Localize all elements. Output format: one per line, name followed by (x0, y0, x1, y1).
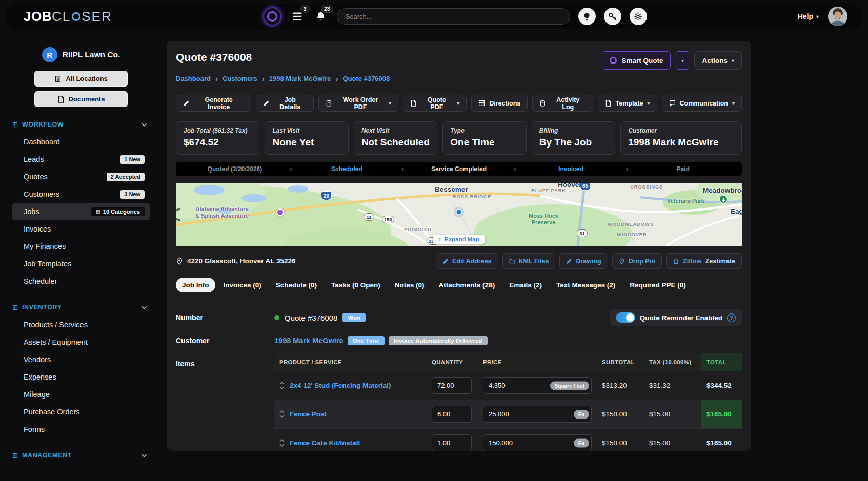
help-menu[interactable]: Help ▾ (798, 12, 819, 20)
tab-text-messages[interactable]: Text Messages (2) (550, 278, 621, 292)
map-label-hoover: Hoover (558, 183, 582, 189)
help-question-icon[interactable]: ? (727, 313, 736, 322)
sidebar-item-scheduler[interactable]: Scheduler (12, 273, 150, 290)
col-tax: TAX (10.000%) (644, 353, 701, 371)
quantity-input[interactable] (432, 434, 472, 451)
map[interactable]: Bessemer ROSS BRIDGE BLUFF PARK Hoover C… (176, 183, 742, 246)
sidebar-item-leads[interactable]: Leads1 New (12, 151, 150, 168)
map-label-crossings: CROSSINGS (630, 184, 663, 190)
actions-button[interactable]: Actions ▾ (694, 51, 742, 70)
document-icon (410, 100, 417, 107)
tab-invoices[interactable]: Invoices (0) (217, 278, 268, 292)
user-avatar[interactable] (828, 7, 847, 26)
status-pipeline: Quoted (2/20/2026) › Scheduled › Service… (176, 162, 742, 176)
zillow-zestimate-button[interactable]: Zillow Zestimate (666, 253, 742, 269)
sidebar-item-dashboard[interactable]: Dashboard (12, 133, 150, 151)
total-cell: $165.00 (701, 400, 742, 429)
product-link[interactable]: Fence Gate Kit/Install (290, 439, 360, 447)
chevron-down-icon (279, 386, 285, 389)
activity-log-button[interactable]: Activity Log (532, 95, 593, 112)
smart-quote-dropdown-button[interactable]: ▾ (675, 51, 690, 70)
drawing-button[interactable]: Drawing (559, 253, 608, 269)
breadcrumb-dashboard[interactable]: Dashboard (176, 75, 211, 82)
quote-reminder-toggle[interactable] (616, 312, 635, 323)
directions-button[interactable]: Directions (471, 95, 528, 112)
sidebar-item-jobs[interactable]: Jobs10 Categories (12, 203, 150, 220)
pipeline-step-service-completed: Service Completed (404, 165, 514, 173)
pipeline-step-invoiced[interactable]: Invoiced (516, 165, 626, 173)
sidebar-item-invoices[interactable]: Invoices (12, 220, 150, 238)
smart-quote-button[interactable]: Smart Quote (602, 51, 671, 70)
tab-notes[interactable]: Notes (0) (389, 278, 431, 292)
sidebar-item-job-templates[interactable]: Job Templates (12, 255, 150, 273)
tab-tasks[interactable]: Tasks (0 Open) (325, 278, 387, 292)
sidebar-item-customers[interactable]: Customers3 New (12, 185, 150, 203)
sidebar-item-purchase-orders[interactable]: Purchase Orders (12, 403, 150, 421)
tab-emails[interactable]: Emails (2) (503, 278, 548, 292)
chevron-down-icon: ▾ (648, 100, 650, 106)
customer-link[interactable]: 1998 Mark McGwire (274, 337, 344, 345)
product-link[interactable]: Fence Post (290, 410, 327, 418)
kml-files-button[interactable]: KML Files (502, 253, 556, 269)
notifications-button[interactable]: 23 (313, 9, 329, 24)
tab-schedule[interactable]: Schedule (0) (270, 278, 323, 292)
drop-pin-button[interactable]: Drop Pin (612, 253, 662, 269)
nav-label: Products / Services (24, 321, 88, 329)
tab-attachments[interactable]: Attachments (28) (433, 278, 501, 292)
sidebar-item-my-finances[interactable]: My Finances (12, 238, 150, 255)
tab-job-info[interactable]: Job Info (176, 278, 215, 292)
sidebar-item-expenses[interactable]: Expenses (12, 368, 150, 386)
breadcrumb-customer-name[interactable]: 1998 Mark McGwire (269, 75, 331, 82)
search-input[interactable] (337, 8, 570, 25)
documents-button[interactable]: Documents (34, 91, 128, 107)
job-details-button[interactable]: Job Details (256, 95, 314, 112)
status-dot-icon (274, 315, 279, 320)
avatar-image (828, 7, 847, 26)
ideas-button[interactable] (578, 8, 596, 25)
number-label: Number (176, 313, 274, 322)
breadcrumb-current-quote: Quote #376008 (343, 75, 390, 82)
job-address: 4220 Glasscott, Hoover AL 35226 (176, 257, 296, 265)
status-ring-icon[interactable] (263, 7, 281, 26)
sidebar-section-workflow[interactable]: WORKFLOW (12, 121, 148, 128)
settings-button[interactable] (630, 8, 647, 25)
nav-label: My Finances (24, 242, 66, 250)
work-order-pdf-button[interactable]: Work Order PDF▾ (318, 95, 398, 112)
sidebar-section-inventory[interactable]: INVENTORY (12, 304, 148, 311)
zillow-brand: Zillow (683, 257, 702, 265)
communication-button[interactable]: Communication▾ (662, 95, 742, 112)
map-shield-150: 150 (382, 216, 394, 223)
app-logo[interactable]: JOBCLOSER (24, 9, 112, 25)
breadcrumb-customers[interactable]: Customers (223, 75, 257, 82)
quantity-input[interactable] (432, 406, 472, 423)
sidebar-item-quotes[interactable]: Quotes2 Accepted (12, 168, 150, 185)
customers-badge: 3 New (120, 190, 145, 199)
row-reorder-handle[interactable] (279, 439, 285, 447)
nav-label: Vendors (24, 355, 51, 364)
product-link[interactable]: 2x4 12' Stud (Fencing Material) (290, 382, 391, 389)
access-keys-button[interactable] (604, 8, 621, 25)
sidebar-item-vendors[interactable]: Vendors (12, 351, 150, 368)
edit-address-button[interactable]: Edit Address (436, 253, 498, 269)
template-button[interactable]: Template▾ (598, 95, 657, 112)
nav-label: Scheduler (24, 277, 57, 285)
all-locations-button[interactable]: All Locations (34, 71, 128, 87)
row-reorder-handle[interactable] (279, 382, 285, 389)
tax-cell: $15.00 (644, 429, 701, 451)
quantity-input[interactable] (432, 377, 472, 394)
tab-required-ppe[interactable]: Required PPE (0) (623, 278, 692, 292)
expand-map-button[interactable]: ↕ Expand Map (433, 235, 485, 244)
address-row: 4220 Glasscott, Hoover AL 35226 Edit Add… (176, 253, 742, 269)
quote-pdf-button[interactable]: Quote PDF▾ (403, 95, 467, 112)
subtotal-cell: $150.00 (597, 400, 644, 429)
company-selector[interactable]: R RIIPL Lawn Co. (12, 47, 150, 62)
pipeline-step-scheduled[interactable]: Scheduled (292, 165, 402, 173)
sidebar-item-mileage[interactable]: Mileage (12, 386, 150, 403)
row-reorder-handle[interactable] (279, 410, 285, 418)
sidebar-item-products-services[interactable]: Products / Services (12, 316, 150, 333)
queue-menu-button[interactable]: 3 (290, 9, 305, 24)
generate-invoice-button[interactable]: Generate Invoice (176, 95, 251, 112)
sidebar-item-forms[interactable]: Forms (12, 421, 150, 438)
sidebar-section-management[interactable]: MANAGEMENT (12, 452, 148, 459)
sidebar-item-assets-equipment[interactable]: Assets / Equipment (12, 333, 150, 351)
